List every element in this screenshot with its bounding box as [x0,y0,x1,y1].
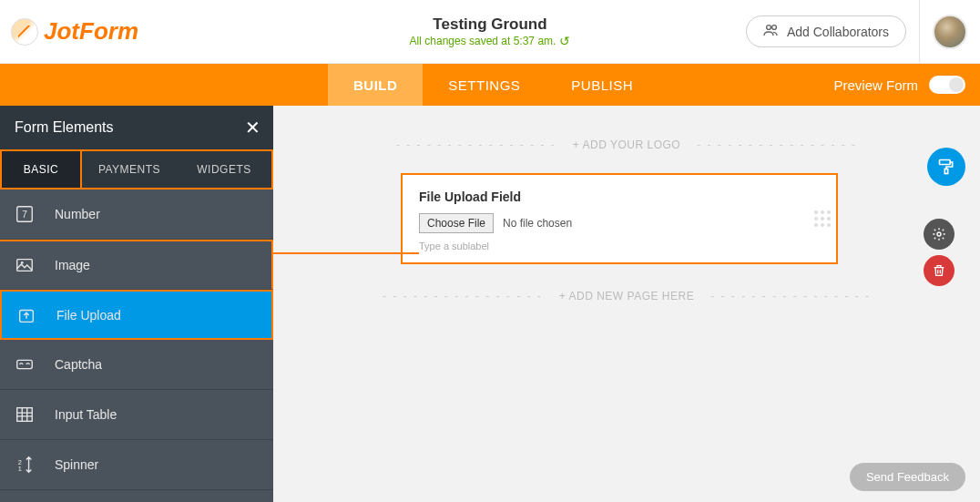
tabbar-spacer [0,64,328,106]
dashed-right: - - - - - - - - - - - - - - - - [697,138,857,151]
element-file-upload[interactable]: File Upload [0,290,273,340]
panel-tab-basic[interactable]: BASIC [2,151,82,188]
panel-header: Form Elements ✕ [0,106,273,149]
panel-tab-payments[interactable]: PAYMENTS [82,151,177,188]
topbar: JotForm Testing Ground All changes saved… [0,0,980,64]
element-label: Captcha [55,357,102,372]
element-input-table[interactable]: Input Table [0,390,273,440]
top-center: Testing Ground All changes saved at 5:37… [410,15,571,48]
add-logo-row[interactable]: - - - - - - - - - - - - - - - - + ADD YO… [273,138,980,151]
divider [919,0,920,64]
save-status: All changes saved at 5:37 am. ↺ [410,34,571,48]
file-status: No file chosen [503,217,572,230]
element-label: Image [55,258,90,272]
element-captcha[interactable]: Captcha [0,340,273,390]
field-title[interactable]: File Upload Field [419,190,820,204]
element-label: Spinner [55,457,98,472]
number-icon: 7 [15,204,35,224]
add-page-label: + ADD NEW PAGE HERE [559,290,694,302]
svg-point-1 [772,26,777,30]
element-label: Number [55,207,100,221]
logo[interactable]: JotForm [0,17,138,46]
paint-roller-icon [927,148,965,186]
close-icon[interactable]: ✕ [245,117,260,138]
file-input-row: Choose File No file chosen [419,213,820,233]
svg-rect-7 [17,360,33,368]
form-title[interactable]: Testing Ground [410,15,571,34]
element-image[interactable]: Image [0,240,273,290]
sublabel-placeholder: Type a sublabel [419,241,489,251]
topbar-right: Add Collaborators [746,0,980,63]
svg-rect-12 [944,169,947,174]
add-page-row[interactable]: - - - - - - - - - - - - - - - - + ADD NE… [273,290,980,302]
logo-text: JotForm [44,17,138,46]
file-upload-field[interactable]: File Upload Field Choose File No file ch… [401,173,838,264]
tab-build[interactable]: BUILD [328,64,423,106]
preview-label: Preview Form [833,77,918,93]
avatar[interactable] [933,15,967,49]
add-logo-label: + ADD YOUR LOGO [573,138,680,151]
tabbar-right: Preview Form [833,64,980,106]
dashed-right: - - - - - - - - - - - - - - - - [710,290,871,302]
element-number[interactable]: 7 Number [0,190,273,240]
svg-point-0 [767,26,771,30]
logo-pen-icon [11,18,38,46]
send-feedback-button[interactable]: Send Feedback [850,463,965,491]
workspace: Form Elements ✕ BASIC PAYMENTS WIDGETS 7… [0,106,980,502]
undo-icon[interactable]: ↺ [559,34,570,48]
panel-tab-widgets[interactable]: WIDGETS [177,151,271,188]
dashed-left: - - - - - - - - - - - - - - - - [396,138,556,151]
svg-text:7: 7 [22,210,27,220]
main-tabbar: BUILD SETTINGS PUBLISH Preview Form [0,64,980,106]
element-label: Input Table [55,407,117,422]
theme-button[interactable] [927,148,965,186]
image-icon [15,255,35,275]
element-spinner[interactable]: 21 Spinner [0,440,273,490]
dashed-left: - - - - - - - - - - - - - - - - [383,290,543,302]
tab-publish[interactable]: PUBLISH [546,64,658,106]
choose-file-button[interactable]: Choose File [419,213,494,233]
panel-title: Form Elements [15,119,113,136]
field-action-pills [924,219,954,286]
preview-toggle[interactable] [929,76,965,94]
collab-label: Add Collaborators [787,25,889,39]
save-status-text: All changes saved at 5:37 am. [410,35,556,47]
svg-point-5 [21,261,24,264]
element-label: File Upload [56,308,121,323]
drag-handle-icon[interactable] [814,210,831,227]
file-upload-icon [16,305,36,325]
add-collaborators-button[interactable]: Add Collaborators [746,15,906,47]
field-delete-button[interactable] [924,255,954,286]
svg-rect-11 [940,160,951,165]
table-icon [15,405,35,425]
captcha-icon [15,354,35,374]
collaborators-icon [763,24,780,39]
svg-text:1: 1 [18,465,22,473]
element-list: 7 Number Image File Upload [0,190,273,502]
spinner-icon: 21 [15,455,35,475]
field-settings-button[interactable] [924,219,954,250]
canvas-area[interactable]: - - - - - - - - - - - - - - - - + ADD YO… [273,106,980,502]
form-elements-panel: Form Elements ✕ BASIC PAYMENTS WIDGETS 7… [0,106,273,502]
svg-rect-4 [17,260,33,271]
sublabel-input[interactable]: Type a sublabel [419,241,820,251]
svg-rect-8 [17,408,33,422]
tab-settings[interactable]: SETTINGS [423,64,546,106]
svg-point-13 [937,232,941,236]
panel-tabs: BASIC PAYMENTS WIDGETS [0,149,273,190]
